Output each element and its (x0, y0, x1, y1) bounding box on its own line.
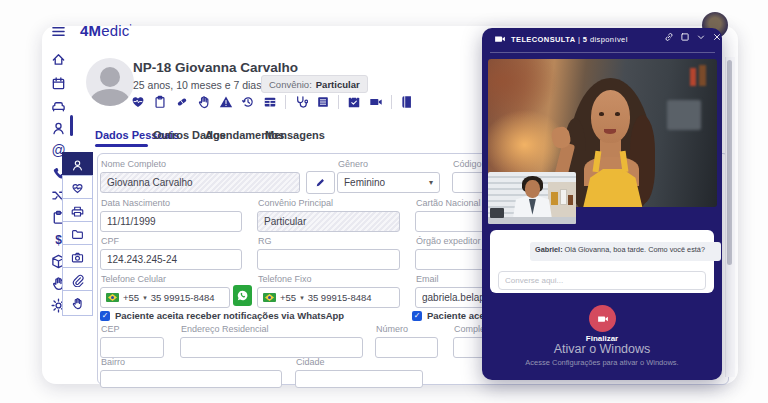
field-cidade: Cidade (295, 357, 423, 388)
menu-icon[interactable] (51, 24, 66, 39)
field-endereco: Endereço Residencial (180, 324, 363, 358)
calendar-icon[interactable] (51, 76, 66, 91)
divider (391, 95, 392, 109)
patient-action-toolbar (131, 93, 414, 111)
cidade-input[interactable] (295, 370, 423, 388)
chevron-down-icon: ▾ (300, 294, 304, 302)
brazil-flag-icon (106, 293, 119, 302)
stethoscope-icon[interactable] (294, 95, 308, 109)
field-nome-completo: Nome Completo (100, 159, 300, 193)
chevron-down-icon: ▾ (143, 294, 147, 302)
rg-input[interactable] (257, 249, 400, 270)
whatsapp-button[interactable] (233, 285, 252, 306)
windows-watermark-sub: Acesse Configurações para ativar o Windo… (482, 358, 722, 367)
field-cep: CEP (100, 324, 164, 358)
tab-mensagens[interactable]: Mensagens (265, 129, 325, 141)
field-numero: Número (375, 324, 438, 358)
telefone-fixo-input[interactable]: +55▾ 35 99915-8484 (257, 287, 400, 308)
warning-icon[interactable] (219, 95, 233, 109)
stretcher-icon[interactable] (51, 99, 66, 114)
book-icon[interactable] (400, 95, 414, 109)
close-icon[interactable] (712, 32, 722, 42)
chevron-down-icon: ▾ (429, 178, 433, 187)
tool-gesture-button[interactable] (62, 290, 93, 316)
app-logo: 4Medic’ (80, 22, 132, 39)
checkbox-checked[interactable]: ✓ (100, 311, 110, 321)
link-icon[interactable] (664, 32, 674, 42)
history-icon[interactable] (241, 95, 255, 109)
nome-completo-input[interactable] (100, 172, 300, 193)
field-genero: Gênero Feminino▾ (337, 159, 440, 193)
telefone-celular-input[interactable]: +55▾ 35 99915-8484 (100, 287, 230, 308)
teleconsulta-header: TELECONSULTA | 5 disponível (494, 33, 628, 45)
divider (285, 95, 286, 109)
field-cpf: CPF (100, 236, 242, 270)
calendar-check-icon[interactable] (347, 95, 361, 109)
windows-watermark-title: Ativar o Windows (482, 342, 722, 356)
convenio-badge: Convênio:Particular (261, 75, 368, 93)
whatsapp-optin-row: ✓ Paciente aceita receber notificações v… (100, 310, 344, 321)
field-telefone-celular: Telefone Celular +55▾ 35 99915-8484 (100, 274, 230, 308)
checkbox-checked[interactable]: ✓ (412, 311, 422, 321)
list-icon[interactable] (316, 95, 330, 109)
scrollbar-thumb[interactable] (727, 60, 732, 265)
table-icon[interactable] (263, 95, 277, 109)
divider (338, 95, 339, 109)
teleconsulta-window-controls (664, 32, 722, 42)
active-tab-underline (95, 144, 148, 147)
field-telefone-fixo: Telefone Fixo +55▾ 35 99915-8484 (257, 274, 400, 308)
data-nascimento-input[interactable] (100, 211, 242, 232)
edit-name-button[interactable] (306, 171, 335, 194)
header-divider (490, 52, 715, 53)
convenio-principal-input[interactable] (257, 211, 400, 232)
video-camera-icon[interactable] (369, 95, 383, 109)
doctor-self-video (488, 172, 576, 224)
hand-icon[interactable] (197, 95, 211, 109)
field-data-nascimento: Data Nascimento (100, 198, 242, 232)
sidebar-item-patients[interactable] (51, 121, 66, 136)
patient-age: 25 anos, 10 meses e 7 dias (133, 79, 261, 91)
numero-input[interactable] (375, 337, 438, 358)
cpf-input[interactable] (100, 249, 242, 270)
sidebar-active-indicator (70, 115, 73, 136)
patient-name: NP-18 Giovanna Carvalho (133, 60, 298, 75)
field-convenio-principal: Convênio Principal (257, 198, 400, 232)
chat-message: Gabriel: Olá Giovanna, boa tarde. Como v… (530, 242, 721, 261)
heart-pulse-icon[interactable] (131, 95, 145, 109)
chat-input[interactable] (498, 271, 706, 290)
genero-select[interactable]: Feminino▾ (337, 172, 440, 193)
chevron-down-icon[interactable] (696, 32, 706, 42)
field-bairro: Bairro (100, 357, 282, 388)
finalize-call-button[interactable] (589, 305, 616, 332)
clipboard-icon[interactable] (153, 95, 167, 109)
brazil-flag-icon (263, 293, 276, 302)
cep-input[interactable] (100, 337, 164, 358)
bairro-input[interactable] (100, 370, 282, 388)
pill-icon[interactable] (175, 95, 189, 109)
home-icon[interactable] (51, 52, 66, 67)
patient-avatar (86, 58, 134, 106)
endereco-input[interactable] (180, 337, 363, 358)
maximize-icon[interactable] (680, 32, 690, 42)
video-camera-icon (494, 33, 506, 45)
field-rg: RG (257, 236, 400, 270)
screen: @ $ 4Medic’ NP-18 Giovanna Carvalho 25 a… (0, 0, 768, 403)
